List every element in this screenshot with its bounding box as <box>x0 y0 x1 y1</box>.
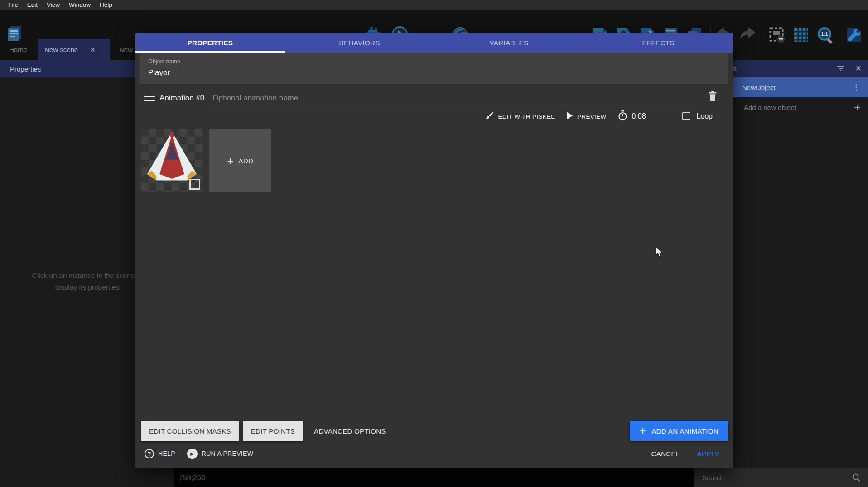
stopwatch-icon <box>618 110 627 123</box>
search-icon <box>852 473 861 484</box>
sprite-frame-thumbnail[interactable] <box>141 129 203 192</box>
trash-icon <box>708 91 718 103</box>
animation-header-row: Animation #0 <box>135 89 733 107</box>
cursor-coordinates: 758;260 <box>174 474 205 482</box>
svg-text:1:1: 1:1 <box>821 32 828 37</box>
cancel-button[interactable]: CANCEL <box>651 450 680 458</box>
tab-new-partial[interactable]: New <box>119 39 133 60</box>
add-new-object-row[interactable]: Add a new object + <box>733 97 868 117</box>
dialog-actions-row: EDIT COLLISION MASKS EDIT POINTS ADVANCE… <box>135 420 733 442</box>
settings-wrench-icon[interactable] <box>845 26 863 43</box>
preview-animation-label: PREVIEW <box>577 113 606 120</box>
tab-new-scene[interactable]: New scene ✕ <box>38 39 110 60</box>
add-an-animation-label: ADD AN ANIMATION <box>651 427 719 435</box>
objects-search-bar <box>694 468 868 487</box>
loop-control: Loop <box>682 112 713 120</box>
animation-controls-row: EDIT WITH PISKEL PREVIEW Loop <box>135 107 733 125</box>
tab-variables[interactable]: VARIABLES <box>434 33 584 53</box>
preview-animation-button[interactable]: PREVIEW <box>566 112 606 121</box>
project-manager-icon[interactable] <box>5 24 24 43</box>
menu-help[interactable]: Help <box>95 0 117 10</box>
edit-with-piskel-button[interactable]: EDIT WITH PISKEL <box>485 111 555 122</box>
run-a-preview-button[interactable]: ▶ RUN A PREVIEW <box>187 449 253 459</box>
menu-bar: File Edit View Window Help <box>0 0 868 10</box>
dialog-empty-area <box>135 192 733 420</box>
filter-icon[interactable] <box>836 64 844 72</box>
object-name-field-label: Object name <box>148 58 180 65</box>
edit-collision-masks-button[interactable]: EDIT COLLISION MASKS <box>141 421 239 441</box>
object-editor-dialog: PROPERTIES BEHAVIORS VARIABLES EFFECTS O… <box>135 33 733 468</box>
animation-frames-row: + ADD <box>141 129 733 192</box>
object-list-item-selected[interactable]: NewObject ⋮ <box>733 77 868 97</box>
animation-name-input[interactable] <box>212 91 698 105</box>
edit-points-button[interactable]: EDIT POINTS <box>243 421 303 441</box>
help-label: HELP <box>158 450 175 457</box>
scene-canvas[interactable]: 758;260 <box>174 468 694 487</box>
advanced-options-button[interactable]: ADVANCED OPTIONS <box>307 427 393 435</box>
run-a-preview-label: RUN A PREVIEW <box>202 450 253 457</box>
dialog-footer: ? HELP ▶ RUN A PREVIEW CANCEL APPLY <box>135 442 733 468</box>
help-icon: ? <box>145 449 154 458</box>
objects-panel: Objects ✕ NewObject ⋮ Add a new object + <box>733 60 868 468</box>
brush-icon <box>485 111 494 122</box>
menu-window[interactable]: Window <box>64 0 95 10</box>
add-an-animation-button[interactable]: + ADD AN ANIMATION <box>630 421 728 441</box>
toolbar-separator <box>842 27 842 43</box>
add-frame-button[interactable]: + ADD <box>209 129 271 192</box>
add-frame-label: ADD <box>238 157 253 165</box>
dialog-tab-bar: PROPERTIES BEHAVIORS VARIABLES EFFECTS <box>135 33 733 53</box>
tab-effects[interactable]: EFFECTS <box>583 33 733 53</box>
search-input[interactable] <box>694 474 839 482</box>
delete-animation-button[interactable] <box>706 90 719 104</box>
loop-label: Loop <box>696 112 713 120</box>
objects-panel-header: Objects ✕ <box>733 60 868 77</box>
mouse-cursor <box>655 246 663 260</box>
close-icon[interactable]: ✕ <box>855 60 862 77</box>
object-name-field[interactable]: Object name Player <box>140 53 728 84</box>
frame-selection-corner <box>189 179 200 190</box>
tab-home-label: Home <box>9 46 27 53</box>
loop-checkbox[interactable] <box>682 112 690 120</box>
drag-handle-icon[interactable] <box>144 94 155 103</box>
object-name-label: NewObject <box>733 84 775 91</box>
plus-icon: + <box>854 100 861 115</box>
menu-file[interactable]: File <box>4 0 23 10</box>
redo-icon[interactable] <box>738 26 757 43</box>
frame-duration-control <box>618 110 670 123</box>
apply-button[interactable]: APPLY <box>697 450 719 458</box>
tab-new-label: New <box>119 46 133 53</box>
play-circle-icon: ▶ <box>187 449 198 459</box>
tab-close-icon[interactable]: ✕ <box>90 46 96 54</box>
menu-edit[interactable]: Edit <box>23 0 42 10</box>
more-options-icon[interactable]: ⋮ <box>852 83 860 92</box>
toolbar-separator <box>765 27 765 43</box>
help-button[interactable]: ? HELP <box>145 449 175 458</box>
edit-with-piskel-label: EDIT WITH PISKEL <box>498 113 555 120</box>
play-icon <box>566 112 573 121</box>
add-new-object-label: Add a new object <box>733 104 796 111</box>
frame-duration-input[interactable] <box>632 110 670 122</box>
tab-properties[interactable]: PROPERTIES <box>135 33 285 53</box>
plus-icon: + <box>227 154 234 167</box>
menu-view[interactable]: View <box>42 0 64 10</box>
object-name-field-value[interactable]: Player <box>148 68 170 77</box>
grid-icon[interactable] <box>793 26 810 43</box>
mask-icon[interactable] <box>768 26 786 43</box>
tab-new-scene-label: New scene <box>44 46 78 53</box>
tab-behaviors[interactable]: BEHAVIORS <box>285 33 434 53</box>
zoom-1-1-icon[interactable]: 1:1 <box>816 26 835 44</box>
animation-title: Animation #0 <box>159 94 204 103</box>
properties-panel-title: Properties <box>10 65 41 73</box>
plus-icon: + <box>640 425 646 437</box>
